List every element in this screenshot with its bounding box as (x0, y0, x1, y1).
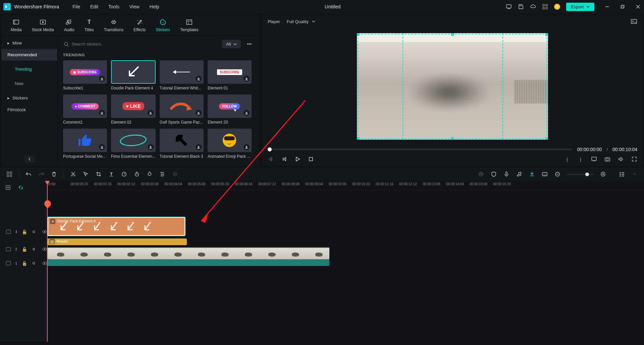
save-icon[interactable] (518, 4, 524, 10)
window-restore-icon[interactable] (620, 4, 625, 9)
enhance-button[interactable] (478, 171, 484, 178)
sticker-thumb[interactable]: FOLLOW (208, 94, 252, 118)
export-button[interactable]: Export (566, 3, 594, 11)
collapse-sidebar-button[interactable] (24, 155, 35, 163)
selection-box[interactable] (358, 34, 547, 139)
sticker-thumb[interactable] (160, 129, 204, 152)
sidebar-sub-trending[interactable]: Trending (1, 63, 57, 75)
tab-titles[interactable]: TTitles (84, 18, 94, 32)
sticker-thumb[interactable] (111, 129, 156, 152)
lock-icon[interactable]: 🔓 (22, 261, 27, 266)
sticker-thumb[interactable] (208, 129, 252, 152)
download-icon[interactable] (244, 76, 250, 82)
display-button[interactable] (591, 156, 597, 162)
cut-button[interactable] (70, 171, 76, 178)
scrub-handle[interactable] (268, 147, 272, 151)
window-minimize-icon[interactable] (604, 4, 610, 9)
menu-file[interactable]: File (72, 4, 80, 9)
video-preview[interactable] (357, 33, 548, 140)
zoom-slider[interactable] (567, 174, 594, 175)
sticker-thumb[interactable] (160, 60, 204, 84)
sticker-thumb[interactable] (63, 129, 107, 152)
download-icon[interactable] (148, 144, 154, 150)
more-options-button[interactable]: ••• (244, 40, 254, 48)
search-box[interactable] (63, 40, 219, 48)
download-icon[interactable] (99, 76, 105, 82)
clip-video[interactable]: ▶ unnamed (48, 247, 329, 259)
download-icon[interactable] (244, 110, 250, 116)
eye-icon[interactable] (42, 247, 47, 252)
add-track-button[interactable] (5, 184, 11, 191)
fullscreen-button[interactable] (631, 156, 637, 162)
download-icon[interactable] (196, 144, 202, 150)
mark-in-button[interactable]: { (564, 156, 570, 162)
snapshot-button[interactable] (631, 18, 637, 25)
screen-icon[interactable] (506, 4, 512, 10)
volume-button[interactable] (618, 156, 624, 162)
sidebar-item-recommended[interactable]: Recommended (1, 49, 57, 61)
sidebar-item-mine[interactable]: ▸Mine (1, 37, 57, 49)
tab-stock-media[interactable]: Stock Media (32, 18, 54, 32)
skip-back-button[interactable] (281, 156, 287, 162)
tab-media[interactable]: Media (11, 18, 22, 32)
apps-icon[interactable] (542, 4, 548, 10)
download-icon[interactable] (99, 110, 105, 116)
mute-icon[interactable] (32, 229, 37, 234)
mic-button[interactable] (503, 171, 510, 178)
clip-doodle[interactable]: ✦ Doodle Pack Element 4 (48, 217, 185, 236)
keyframe-button[interactable] (172, 171, 178, 178)
tab-transitions[interactable]: Transitions (104, 18, 123, 32)
text-button[interactable]: T (108, 171, 115, 178)
tab-stickers[interactable]: Stickers (156, 18, 170, 32)
stop-button[interactable] (308, 156, 314, 162)
adjust-button[interactable] (159, 171, 166, 178)
scrub-track[interactable] (268, 149, 572, 150)
lock-icon[interactable]: 🔓 (22, 229, 27, 234)
shield-button[interactable] (490, 171, 497, 178)
eye-icon[interactable] (42, 229, 47, 234)
tab-templates[interactable]: Templates (180, 18, 199, 32)
mute-icon[interactable] (32, 261, 37, 266)
download-icon[interactable] (196, 76, 202, 82)
track-head-2[interactable]: 2🔓 (0, 241, 47, 257)
window-close-icon[interactable] (635, 4, 641, 9)
sidebar-item-filmstock[interactable]: Filmstock (1, 104, 57, 116)
sticker-thumb[interactable]: SUBSCRIBE (208, 60, 252, 84)
play-button[interactable] (294, 156, 301, 162)
playhead[interactable] (47, 181, 48, 342)
camera-button[interactable] (604, 156, 610, 162)
view-menu-button[interactable] (619, 171, 625, 178)
track-1[interactable]: ▶ unnamed (47, 247, 644, 269)
undo-button[interactable] (25, 171, 32, 178)
zoom-knob[interactable] (585, 172, 589, 176)
caption-button[interactable] (541, 171, 548, 178)
eye-icon[interactable] (42, 261, 47, 266)
timeline-main[interactable]: 00:0000:00:00:2000:00:01:1600:00:02:1200… (47, 181, 644, 342)
sticker-thumb[interactable]: ◉ SUBSCRIBE (63, 60, 107, 84)
timer-button[interactable] (133, 171, 140, 178)
track-2[interactable]: ▦ Mosaic (47, 238, 644, 247)
clip-audio-waveform[interactable] (48, 259, 329, 266)
mark-out-button[interactable]: } (578, 156, 584, 162)
filter-dropdown[interactable]: All (222, 40, 241, 48)
delete-button[interactable] (51, 171, 57, 178)
sidebar-sub-new[interactable]: New (1, 78, 57, 89)
track-head-1[interactable]: 1🔓 (0, 255, 47, 271)
timeline-ruler[interactable]: 00:0000:00:00:2000:00:01:1600:00:02:1200… (47, 181, 644, 190)
menu-view[interactable]: View (129, 4, 140, 9)
menu-help[interactable]: Help (150, 4, 159, 9)
account-avatar-icon[interactable] (554, 4, 560, 10)
download-icon[interactable] (196, 110, 202, 116)
clip-mosaic[interactable]: ▦ Mosaic (48, 238, 187, 245)
crop-button[interactable] (95, 171, 102, 178)
cloud-icon[interactable] (530, 4, 536, 10)
sticker-thumb-selected[interactable] (111, 60, 156, 84)
mute-icon[interactable] (32, 247, 37, 252)
redo-button[interactable] (38, 171, 45, 178)
link-button[interactable] (17, 184, 24, 191)
marker-button[interactable] (529, 171, 535, 178)
track-3[interactable]: ✦ Doodle Pack Element 4 (47, 216, 644, 237)
sticker-thumb[interactable]: ♥ LIKE (111, 94, 156, 118)
tab-audio[interactable]: Audio (64, 18, 74, 32)
select-button[interactable] (83, 171, 89, 178)
